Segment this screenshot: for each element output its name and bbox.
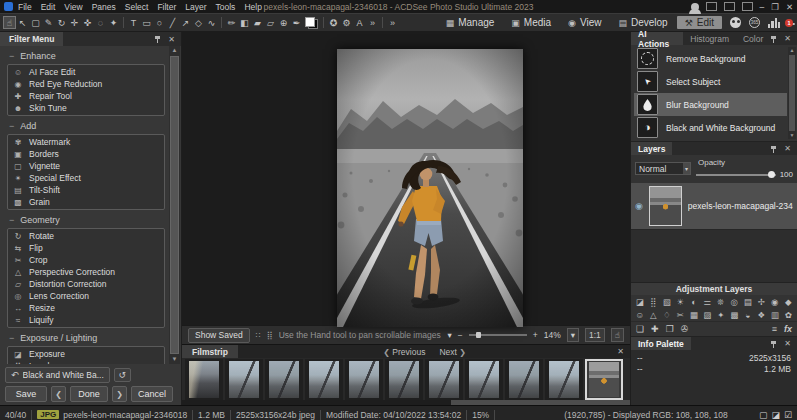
filmstrip-thumbnail[interactable] bbox=[465, 359, 503, 400]
zoom-in-button[interactable]: + bbox=[533, 330, 538, 340]
adjustment-layer-icon[interactable]: ▦ bbox=[687, 309, 701, 321]
pencil-select-tool-icon[interactable]: ✎ bbox=[42, 16, 55, 29]
filter-red-eye-reduction[interactable]: ◉Red Eye Reduction bbox=[8, 78, 164, 90]
filmstrip-thumbnail[interactable] bbox=[505, 359, 543, 400]
menu-panes[interactable]: Panes bbox=[92, 2, 116, 12]
filter-repair-tool[interactable]: ✚Repair Tool bbox=[8, 90, 164, 102]
filmstrip-thumbnail[interactable] bbox=[185, 359, 223, 400]
adjustment-layer-icon[interactable]: ✂ bbox=[674, 309, 688, 321]
actions-icon[interactable]: A bbox=[353, 16, 366, 29]
minimize-button[interactable]: – bbox=[760, 2, 765, 12]
image-canvas[interactable] bbox=[182, 32, 630, 325]
zoom-preset-dropdown[interactable]: ▾ bbox=[567, 328, 579, 342]
layer-row[interactable]: ◉ pexels-leon-macapagal-23460... bbox=[631, 183, 797, 229]
menu-help[interactable]: Help bbox=[244, 2, 261, 12]
zoom-slider-knob[interactable] bbox=[476, 332, 481, 338]
actual-size-button[interactable]: 1:1 bbox=[585, 328, 605, 342]
scroll-thumb[interactable] bbox=[170, 56, 179, 354]
adjustment-layer-icon[interactable]: ❊ bbox=[714, 296, 728, 308]
scroll-down-icon[interactable]: ▼ bbox=[172, 355, 178, 364]
adjustment-layer-icon[interactable]: ⣿ bbox=[647, 296, 661, 308]
ai-black-and-white-background[interactable]: ◑ Black and White Background bbox=[634, 116, 787, 139]
previous-button[interactable]: ❮ Previous bbox=[383, 347, 425, 357]
user-account-icon[interactable] bbox=[691, 3, 699, 11]
select-tool-icon[interactable]: ↖ bbox=[16, 16, 29, 29]
acdsee-365-icon[interactable]: 365 bbox=[749, 17, 760, 28]
arrow-tool-icon[interactable]: ↗ bbox=[179, 16, 192, 29]
overflow-chevron-icon[interactable]: » bbox=[386, 16, 399, 29]
close-panel-icon[interactable]: ✕ bbox=[784, 339, 791, 348]
adjustment-layer-icon[interactable]: ▧ bbox=[660, 296, 674, 308]
ai-remove-background[interactable]: Remove Background bbox=[634, 47, 787, 70]
close-panel-icon[interactable]: ✕ bbox=[784, 144, 791, 153]
ellipse-tool-icon[interactable]: ○ bbox=[153, 16, 166, 29]
tab-color[interactable]: Color bbox=[736, 32, 770, 45]
histogram-icon[interactable]: ⣿ bbox=[267, 331, 273, 340]
magic-wand-tool-icon[interactable]: ✦ bbox=[107, 16, 120, 29]
adjustment-layer-icon[interactable]: ✢ bbox=[755, 296, 769, 308]
show-saved-button[interactable]: Show Saved bbox=[188, 328, 250, 343]
filmstrip-thumbnail[interactable] bbox=[265, 359, 303, 400]
section-enhance[interactable]: − Enhance bbox=[9, 51, 165, 61]
zoom-menu-icon[interactable]: ▾ bbox=[447, 330, 451, 340]
pin-icon[interactable] bbox=[154, 35, 161, 43]
hand-tool-icon[interactable]: ☝ bbox=[3, 16, 16, 29]
filter-liquify[interactable]: ≈Liquify bbox=[8, 314, 164, 326]
pane-layout-1-icon[interactable] bbox=[706, 2, 717, 11]
menu-edit[interactable]: Edit bbox=[41, 2, 56, 12]
pin-icon[interactable] bbox=[770, 145, 777, 153]
eyedropper-tool-icon[interactable]: ✒ bbox=[290, 16, 303, 29]
curve-tool-icon[interactable]: ∿ bbox=[205, 16, 218, 29]
next-button[interactable]: Next ❯ bbox=[439, 347, 466, 357]
adjustment-layer-icon[interactable]: ▨ bbox=[701, 309, 715, 321]
checkbox-icon[interactable]: ☑ bbox=[784, 410, 792, 420]
filter-scrollbar[interactable]: ▲ ▼ bbox=[169, 46, 180, 364]
filter-special-effect[interactable]: ✴Special Effect bbox=[8, 172, 164, 184]
color-swatches[interactable] bbox=[305, 17, 318, 29]
people-mode-icon[interactable] bbox=[730, 17, 741, 28]
scroll-up-icon[interactable]: ▲ bbox=[790, 47, 795, 54]
marquee-tool-icon[interactable]: ▢ bbox=[29, 16, 42, 29]
filter-perspective-correction[interactable]: △Perspective Correction bbox=[8, 266, 164, 278]
adjustment-layer-icon[interactable]: ☀ bbox=[674, 296, 688, 308]
adjustment-layer-icon[interactable]: ▥ bbox=[768, 309, 782, 321]
duplicate-layer-icon[interactable]: ❐ bbox=[666, 324, 674, 334]
filter-ai-face-edit[interactable]: ☺AI Face Edit bbox=[8, 66, 164, 78]
adjustment-layer-icon[interactable]: ◉ bbox=[768, 296, 782, 308]
hand-pan-button[interactable]: ☝ bbox=[611, 328, 624, 342]
collapse-icon[interactable]: − bbox=[9, 215, 14, 225]
filmstrip-thumbnail[interactable] bbox=[305, 359, 343, 400]
tab-develop[interactable]: ▤ Develop bbox=[610, 16, 675, 29]
adjustment-layer-icon[interactable]: ▩ bbox=[728, 309, 742, 321]
section-geometry[interactable]: − Geometry bbox=[9, 215, 165, 225]
adjustment-layer-icon[interactable]: ◎ bbox=[728, 296, 742, 308]
eraser-tool-icon[interactable]: ▱ bbox=[264, 16, 277, 29]
tab-ai-actions[interactable]: AI Actions bbox=[631, 32, 683, 45]
filter-rotate[interactable]: ↻Rotate bbox=[8, 230, 164, 242]
filter-watermark[interactable]: ✾Watermark bbox=[8, 136, 164, 148]
clone-tool-icon[interactable]: ⊕ bbox=[277, 16, 290, 29]
brush-tool-icon[interactable]: ✏ bbox=[225, 16, 238, 29]
section-exposure-lighting[interactable]: − Exposure / Lighting bbox=[9, 333, 165, 343]
zoom-slider[interactable] bbox=[469, 334, 527, 336]
layer-thumbnail[interactable] bbox=[649, 186, 682, 226]
undo-last-action-button[interactable]: ↶ Black and White Ba... bbox=[5, 367, 110, 383]
tab-view[interactable]: ◉ View bbox=[560, 16, 609, 29]
adjustment-layer-icon[interactable]: ◆ bbox=[782, 296, 796, 308]
opacity-knob[interactable] bbox=[768, 171, 775, 178]
polygon-tool-icon[interactable]: ◇ bbox=[192, 16, 205, 29]
filter-distortion-correction[interactable]: ▱Distortion Correction bbox=[8, 278, 164, 290]
collapse-icon[interactable]: − bbox=[9, 333, 14, 343]
filter-borders[interactable]: ▣Borders bbox=[8, 148, 164, 160]
line-tool-icon[interactable]: ╱ bbox=[166, 16, 179, 29]
pane-layout-3-icon[interactable] bbox=[742, 2, 753, 11]
next-image-button[interactable]: ❯ bbox=[112, 386, 127, 402]
rectangle-tool-icon[interactable]: ▭ bbox=[140, 16, 153, 29]
menu-layer[interactable]: Layer bbox=[185, 2, 206, 12]
tab-manage[interactable]: ▦ Manage bbox=[438, 16, 503, 29]
collapse-icon[interactable]: − bbox=[9, 51, 14, 61]
collapse-icon[interactable]: − bbox=[9, 121, 14, 131]
adjustment-layer-icon[interactable]: ♢ bbox=[660, 309, 674, 321]
filmstrip-close-icon[interactable]: ✕ bbox=[611, 347, 630, 356]
scroll-up-icon[interactable]: ▲ bbox=[172, 46, 178, 55]
